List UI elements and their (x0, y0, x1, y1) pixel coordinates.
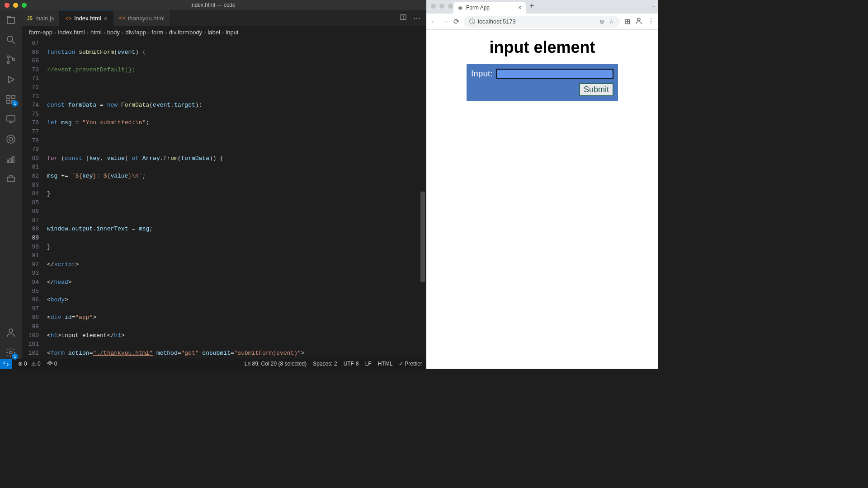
svg-rect-17 (13, 156, 14, 163)
site-info-icon[interactable]: ⓘ (469, 18, 475, 26)
breadcrumb[interactable]: form-app› index.html› html› body› div#ap… (22, 26, 426, 38)
svg-line-1 (12, 41, 15, 44)
titlebar: index.html — code (0, 0, 426, 10)
form-body: Input: Submit (467, 64, 618, 101)
menu-icon[interactable]: ⋮ (647, 17, 655, 26)
crumb[interactable]: div#app (125, 29, 146, 36)
tab-indexhtml[interactable]: <> index.html × (60, 10, 113, 26)
svg-point-24 (637, 18, 640, 21)
tab-mainjs[interactable]: JS main.js (22, 10, 60, 26)
password-input[interactable] (496, 69, 613, 79)
svg-rect-8 (7, 100, 10, 103)
language-status[interactable]: HTML (378, 361, 393, 367)
bookmark-icon[interactable]: ☆ (609, 18, 614, 25)
explorer-icon[interactable] (5, 14, 17, 26)
browser-tab[interactable]: ◉ Form App × (453, 2, 526, 14)
svg-point-2 (7, 56, 9, 58)
html-file-icon: <> (119, 15, 125, 21)
extensions-icon[interactable]: ⊞ (624, 17, 630, 26)
split-editor-icon[interactable] (400, 14, 407, 23)
svg-point-4 (13, 59, 15, 61)
extensions-badge: 1 (12, 100, 18, 107)
tab-label: index.html (74, 15, 101, 22)
svg-point-0 (7, 36, 13, 42)
globe-icon: ◉ (458, 5, 462, 11)
svg-point-3 (7, 61, 9, 64)
line-gutter: 6768697071727374757677787980818283848586… (22, 38, 47, 359)
zoom-icon[interactable]: ⊕ (599, 18, 604, 25)
graph-icon[interactable] (5, 153, 17, 165)
page-content: input element Input: Submit (426, 30, 658, 369)
browser-window: ◉ Form App × + ⌄ ← → ⟳ ⓘ localhost:5173 … (426, 0, 658, 369)
vscode-window: index.html — code 1 1 JS main.js (0, 0, 426, 369)
back-icon[interactable]: ← (430, 18, 437, 26)
zoom-traffic-light[interactable] (448, 4, 453, 9)
submit-button[interactable]: Submit (579, 83, 613, 96)
svg-rect-10 (7, 116, 15, 121)
crumb[interactable]: input (226, 29, 238, 36)
settings-badge: 1 (12, 353, 18, 360)
remote-explorer-icon[interactable] (5, 113, 17, 126)
svg-rect-15 (7, 160, 9, 163)
tab-label: main.js (35, 15, 54, 22)
browser-tabstrip: ◉ Form App × + ⌄ (426, 0, 658, 14)
eol-status[interactable]: LF (365, 361, 372, 367)
editor-tabbar: JS main.js <> index.html × <> thankyou.h… (22, 10, 426, 26)
page-title: input element (489, 38, 595, 57)
crumb[interactable]: label (208, 29, 220, 36)
address-bar[interactable]: ⓘ localhost:5173 ⊕ ☆ (464, 16, 620, 28)
close-icon[interactable]: × (104, 15, 108, 22)
run-debug-icon[interactable] (5, 73, 17, 86)
svg-point-20 (9, 351, 12, 354)
svg-rect-18 (7, 177, 14, 182)
browser-toolbar: ← → ⟳ ⓘ localhost:5173 ⊕ ☆ ⊞ ⋮ (426, 14, 658, 30)
minimize-traffic-light[interactable] (439, 4, 444, 9)
ports-status[interactable]: 0 (47, 361, 57, 367)
new-tab-button[interactable]: + (529, 1, 534, 11)
activity-bar: 1 1 (0, 10, 22, 359)
crumb[interactable]: form-app (29, 29, 52, 36)
svg-rect-6 (7, 95, 10, 99)
svg-marker-5 (9, 76, 14, 83)
window-title: index.html — code (0, 2, 426, 8)
crumb[interactable]: div.formbody (169, 29, 202, 36)
close-traffic-light[interactable] (431, 4, 436, 9)
profile-icon[interactable] (635, 17, 643, 27)
settings-gear-icon[interactable]: 1 (5, 346, 17, 359)
crumb[interactable]: form (151, 29, 163, 36)
account-icon[interactable] (5, 326, 17, 339)
crumb[interactable]: html (90, 29, 102, 36)
encoding-status[interactable]: UTF-8 (344, 361, 359, 367)
problems-status[interactable]: ⊗0 ⚠0 (18, 361, 41, 367)
scrollbar-thumb[interactable] (420, 192, 425, 282)
status-bar: ⊗0 ⚠0 0 Ln 89, Col 29 (8 selected) Space… (0, 359, 426, 369)
code-editor[interactable]: 6768697071727374757677787980818283848586… (22, 38, 426, 359)
tab-title: Form App (466, 5, 490, 11)
crumb[interactable]: body (107, 29, 120, 36)
chevron-down-icon[interactable]: ⌄ (651, 3, 656, 9)
more-actions-icon[interactable]: ⋯ (413, 14, 420, 23)
forward-icon[interactable]: → (442, 18, 449, 26)
svg-point-13 (7, 135, 15, 143)
crumb[interactable]: index.html (58, 29, 85, 36)
reload-icon[interactable]: ⟳ (453, 17, 459, 26)
code-area[interactable]: function submitForm(event) { //event.pre… (47, 38, 426, 359)
source-control-icon[interactable] (5, 53, 17, 66)
tab-label: thankyou.html (128, 15, 165, 22)
testing-icon[interactable] (5, 133, 17, 145)
input-label: Input: (471, 69, 493, 79)
close-icon[interactable]: × (518, 5, 521, 11)
indent-status[interactable]: Spaces: 2 (313, 361, 337, 367)
html-file-icon: <> (65, 15, 71, 22)
extensions-icon[interactable]: 1 (5, 93, 17, 106)
prettier-status[interactable]: ✓Prettier (399, 361, 422, 367)
ports-icon[interactable] (5, 173, 17, 185)
svg-rect-7 (12, 95, 15, 99)
svg-rect-16 (10, 158, 11, 163)
js-file-icon: JS (27, 16, 33, 21)
remote-indicator[interactable] (0, 359, 12, 369)
search-icon[interactable] (5, 33, 17, 46)
svg-point-19 (9, 329, 13, 333)
cursor-position[interactable]: Ln 89, Col 29 (8 selected) (245, 361, 307, 367)
tab-thankyouhtml[interactable]: <> thankyou.html (113, 10, 170, 26)
